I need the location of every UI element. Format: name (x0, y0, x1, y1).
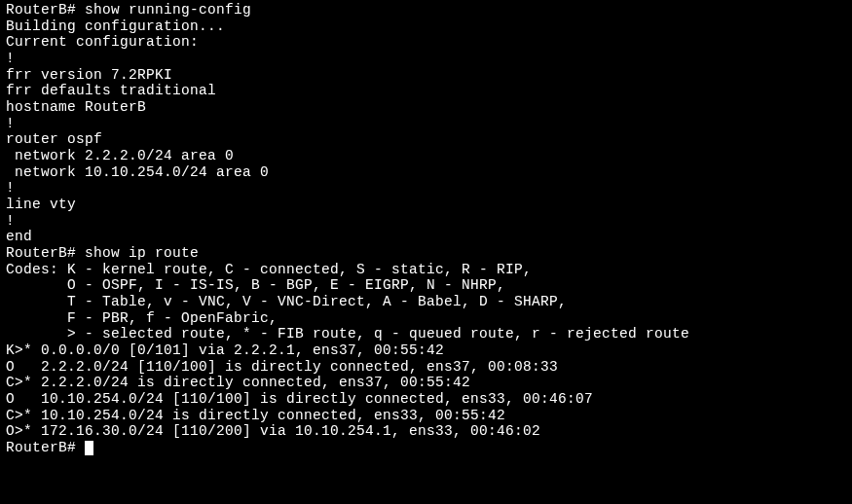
terminal-line: Codes: K - kernel route, C - connected, … (6, 262, 846, 278)
terminal-line: network 10.10.254.0/24 area 0 (6, 164, 846, 181)
terminal-line: router ospf (6, 131, 846, 148)
terminal-line: ! (6, 116, 846, 132)
prompt-line[interactable]: RouterB# (6, 440, 846, 456)
terminal-line: end (6, 229, 846, 245)
cursor-icon (85, 441, 93, 455)
terminal-line: network 2.2.2.0/24 area 0 (6, 148, 846, 164)
terminal-line: Building configuration... (6, 18, 846, 35)
terminal-line: F - PBR, f - OpenFabric, (6, 310, 846, 327)
terminal-line: ! (6, 51, 846, 67)
terminal-line: RouterB# show ip route (6, 245, 846, 262)
terminal-line: C>* 10.10.254.0/24 is directly connected… (6, 408, 846, 424)
terminal-line: O>* 172.16.30.0/24 [110/200] via 10.10.2… (6, 423, 846, 440)
terminal-line: K>* 0.0.0.0/0 [0/101] via 2.2.2.1, ens37… (6, 342, 846, 359)
terminal-line: T - Table, v - VNC, V - VNC-Direct, A - … (6, 294, 846, 310)
terminal-line: O - OSPF, I - IS-IS, B - BGP, E - EIGRP,… (6, 277, 846, 294)
terminal-line: line vty (6, 197, 846, 213)
terminal-line: frr defaults traditional (6, 83, 846, 99)
terminal-line: > - selected route, * - FIB route, q - q… (6, 326, 846, 342)
terminal-line: O 2.2.2.0/24 [110/100] is directly conne… (6, 359, 846, 376)
terminal-line: ! (6, 180, 846, 197)
terminal-line: RouterB# show running-config (6, 2, 846, 18)
terminal-line: O 10.10.254.0/24 [110/100] is directly c… (6, 391, 846, 408)
terminal-line: ! (6, 213, 846, 230)
terminal-line: C>* 2.2.2.0/24 is directly connected, en… (6, 375, 846, 391)
prompt-text: RouterB# (6, 440, 85, 455)
terminal-line: Current configuration: (6, 34, 846, 51)
terminal-line: hostname RouterB (6, 99, 846, 116)
terminal-line: frr version 7.2RPKI (6, 67, 846, 84)
terminal[interactable]: RouterB# show running-configBuilding con… (6, 2, 846, 456)
